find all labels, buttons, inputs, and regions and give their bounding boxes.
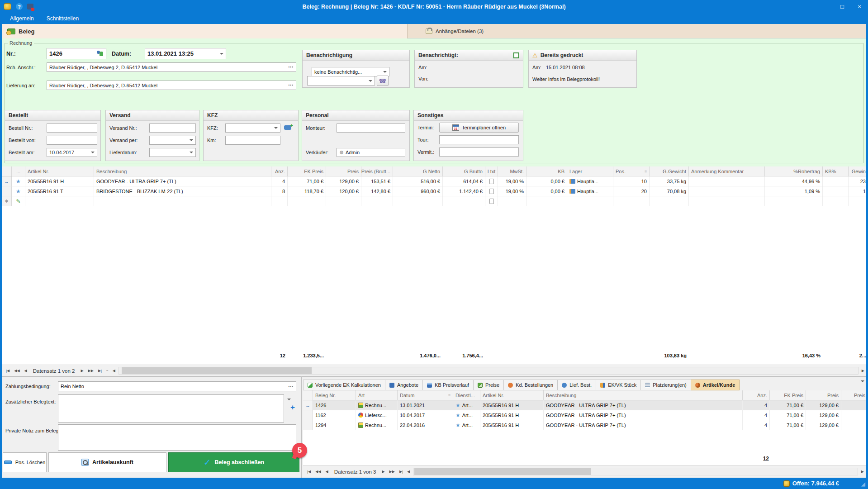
scroll-right-button[interactable]: ▶ (859, 470, 866, 474)
column-header[interactable]: Artikel Nr. (25, 166, 94, 176)
table-row[interactable]: →★205/55R16 91 HGOODYEAR - ULTRA GRIP 7+… (2, 176, 866, 186)
lieferung-field[interactable]: Räuber Rüdiger, , Diebesweg 2, D-65412 M… (47, 81, 296, 90)
km-field[interactable] (225, 136, 280, 145)
add-vehicle-icon[interactable] (284, 125, 291, 130)
column-header[interactable]: MwSt. (498, 166, 526, 176)
nav-prevpage-button[interactable]: ◀◀ (12, 369, 22, 373)
column-header[interactable] (303, 390, 313, 400)
scrollbar-thumb[interactable] (122, 367, 312, 374)
ellipsis-button[interactable]: ⋯ (288, 64, 294, 70)
horizontal-scrollbar[interactable] (413, 468, 858, 475)
maximize-button[interactable]: □ (834, 0, 851, 13)
vermit-field[interactable] (439, 147, 519, 157)
pos-loeschen-button[interactable]: Pos. Löschen (3, 452, 47, 472)
table-row[interactable]: ∗✎ (2, 196, 866, 206)
dropdown-icon[interactable] (383, 71, 387, 73)
dropdown-icon[interactable] (274, 127, 278, 129)
column-header[interactable]: KB (526, 166, 567, 176)
nav-nextpage-button[interactable]: ▶▶ (86, 369, 96, 373)
phone-contact-button[interactable]: ☎ (377, 76, 389, 86)
monteur-field[interactable] (337, 123, 405, 133)
bestellt-von-field[interactable] (47, 136, 97, 145)
column-header[interactable]: Preis (326, 166, 361, 176)
column-header[interactable]: Gewin (849, 166, 866, 176)
customer-people-icon[interactable] (96, 51, 104, 57)
verkaeufer-field[interactable]: ⚙ Admin (337, 148, 405, 157)
column-header[interactable]: Pos.≡ (613, 166, 650, 176)
tour-field[interactable] (439, 135, 519, 144)
table-row[interactable]: ★205/55R16 91 TBRIDGESTONE - BLIZZAK LM-… (2, 186, 866, 196)
zahlungsbedingung-field[interactable]: Rein Netto ⋯ (58, 381, 296, 391)
history-tab-vorliegende-ek-kalkulationen[interactable]: Vorliegende EK Kalkulationen (303, 380, 385, 390)
nav-last-button[interactable]: ▶| (397, 470, 405, 474)
table-row[interactable]: →1426Rechnu...13.01.2021★Art...205/55R16… (303, 400, 866, 410)
column-header[interactable]: Preis (841, 390, 866, 400)
nav-first-button[interactable]: |◀ (305, 470, 313, 474)
dropdown-icon[interactable] (220, 53, 223, 55)
dropdown-icon[interactable] (369, 80, 372, 82)
menu-allgemein[interactable]: Allgemein (5, 14, 39, 23)
notiz-textarea[interactable] (58, 424, 296, 451)
ellipsis-button[interactable]: ⋯ (288, 384, 294, 389)
history-tab-artikel-kunde[interactable]: Artikel/Kunde (691, 380, 740, 390)
belegtext-dropdown-icon[interactable] (287, 399, 291, 400)
dropdown-icon[interactable] (91, 152, 95, 153)
column-header[interactable]: Anmerkung Kommentar (689, 166, 765, 176)
lieferdatum-field[interactable] (149, 148, 196, 157)
column-header[interactable]: Ltxt (485, 166, 498, 176)
column-header[interactable]: %Rohertrag (765, 166, 823, 176)
column-header[interactable]: Preis (806, 390, 841, 400)
add-belegtext-button[interactable]: + (290, 403, 295, 412)
minimize-button[interactable]: – (816, 0, 834, 13)
rch-anschr-field[interactable]: Räuber Rüdiger, , Diebesweg 2, D-65412 M… (47, 62, 296, 72)
terminplaner-button[interactable]: 31 Terminplaner öffnen (439, 123, 519, 133)
nav-next-button[interactable]: ▶ (78, 369, 85, 373)
history-tab-lief-best-[interactable]: Lief. Best. (558, 380, 596, 390)
column-header[interactable]: G Netto (393, 166, 443, 176)
ellipsis-button[interactable]: ⋯ (288, 82, 294, 88)
bestellt-am-field[interactable]: 10.04.2017 (47, 148, 97, 157)
datum-field[interactable]: 13.01.2021 13:25 (145, 48, 226, 59)
column-header[interactable]: EK Preis (770, 390, 806, 400)
column-header[interactable]: Datum≡ (398, 390, 453, 400)
column-header[interactable] (2, 166, 12, 176)
history-tab-angebote[interactable]: Angebote (385, 380, 423, 390)
sort-icon[interactable]: ≡ (645, 169, 647, 174)
history-tab-platzierung-en-[interactable]: Platzierung(en) (641, 380, 691, 390)
scroll-left-button[interactable]: ◀ (111, 369, 117, 373)
column-header[interactable]: Anz. (743, 390, 770, 400)
column-header[interactable]: Lager (567, 166, 613, 176)
column-header[interactable]: KB% (823, 166, 849, 176)
filter-icon[interactable]: ≡ (448, 393, 451, 398)
kfz-field[interactable] (225, 123, 280, 133)
help-icon[interactable]: ? (16, 3, 23, 10)
belegtext-textarea[interactable] (58, 394, 284, 423)
scrollbar-thumb[interactable] (414, 468, 591, 475)
dropdown-icon[interactable] (190, 152, 193, 153)
dropdown-icon[interactable] (190, 139, 193, 141)
column-header[interactable]: Beschreibung (544, 390, 743, 400)
column-header[interactable]: G Brutto (443, 166, 485, 176)
column-header[interactable]: Beleg Nr. (313, 390, 356, 400)
tab-anhaenge[interactable]: Anhänge/Dateien (3) (408, 24, 866, 38)
history-tab-kb-preisverlauf[interactable]: KB Preisverlauf (423, 380, 474, 390)
benachrichtigung-select[interactable]: keine Benachrichtig... (312, 67, 389, 76)
column-header[interactable]: Art (356, 390, 398, 400)
beleg-nr-field[interactable]: 1426 (47, 48, 106, 59)
table-row[interactable]: 1294Rechnu...22.04.2016★Art...205/55R16 … (303, 420, 866, 430)
column-header[interactable]: G-Gewicht (650, 166, 689, 176)
scroll-right-button[interactable]: ▶ (860, 369, 866, 373)
column-header[interactable]: Dienstl... (453, 390, 480, 400)
tab-beleg[interactable]: Beleg (2, 24, 408, 38)
column-header[interactable]: Artikel Nr. (480, 390, 544, 400)
nav-prevpage-button[interactable]: ◀◀ (313, 470, 323, 474)
horizontal-scrollbar[interactable] (119, 367, 859, 375)
benachrichtigt-checkbox[interactable] (513, 52, 519, 58)
column-header[interactable]: Anz. (271, 166, 288, 176)
benachrichtigung-select2[interactable] (307, 76, 375, 85)
table-row[interactable]: 1162Liefersc...10.04.2017★Art...205/55R1… (303, 410, 866, 420)
versand-per-field[interactable] (149, 136, 196, 145)
column-header[interactable]: Beschreibung (94, 166, 271, 176)
nav-nextpage-button[interactable]: ▶▶ (387, 470, 397, 474)
history-tab-ek-vk-st-ck[interactable]: EK/VK Stück (596, 380, 641, 390)
